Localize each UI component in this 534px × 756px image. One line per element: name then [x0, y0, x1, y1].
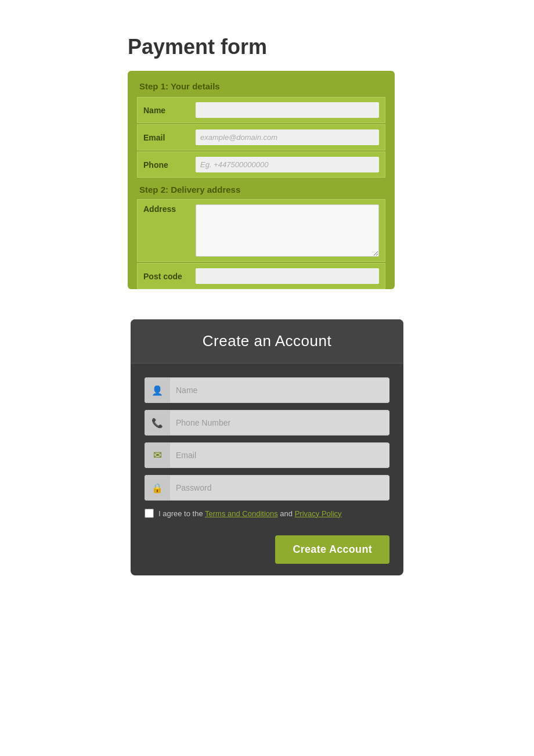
privacy-policy-link[interactable]: Privacy Policy	[295, 509, 342, 518]
account-phone-input[interactable]	[170, 411, 389, 434]
name-input[interactable]	[196, 102, 379, 118]
account-body: I agree to the Terms and Conditions and …	[131, 363, 403, 530]
lock-icon	[145, 475, 170, 501]
address-label: Address	[143, 204, 196, 214]
account-name-input[interactable]	[170, 379, 389, 402]
account-password-input[interactable]	[170, 476, 389, 499]
account-password-row	[145, 475, 389, 501]
payment-form-box: Step 1: Your details Name Email Phone St…	[128, 71, 395, 289]
email-label: Email	[143, 133, 196, 142]
account-email-input[interactable]	[170, 444, 389, 467]
account-header: Create an Account	[131, 319, 403, 363]
create-account-button[interactable]: Create Account	[275, 535, 389, 564]
terms-row: I agree to the Terms and Conditions and …	[145, 509, 389, 518]
account-phone-row	[145, 410, 389, 435]
payment-form-section: Payment form Step 1: Your details Name E…	[128, 35, 395, 290]
postcode-input[interactable]	[196, 268, 379, 284]
terms-text: I agree to the Terms and Conditions and …	[158, 509, 342, 518]
create-account-section: Create an Account	[131, 319, 403, 575]
phone-icon	[145, 410, 170, 435]
account-name-row	[145, 377, 389, 403]
account-footer: Create Account	[131, 530, 403, 575]
account-title: Create an Account	[143, 332, 391, 350]
terms-conditions-link[interactable]: Terms and Conditions	[205, 509, 278, 518]
email-input[interactable]	[196, 129, 379, 145]
address-input[interactable]	[196, 204, 379, 257]
step2-label: Step 2: Delivery address	[139, 185, 385, 195]
email-icon	[145, 442, 170, 468]
account-box: Create an Account	[131, 319, 403, 575]
account-email-row	[145, 442, 389, 468]
name-label: Name	[143, 106, 196, 115]
phone-row: Phone	[137, 152, 385, 178]
phone-input[interactable]	[196, 157, 379, 172]
postcode-row: Post code	[137, 263, 385, 289]
postcode-label: Post code	[143, 272, 196, 281]
email-row: Email	[137, 124, 385, 150]
terms-checkbox[interactable]	[145, 509, 154, 518]
payment-form-title: Payment form	[128, 35, 395, 59]
name-row: Name	[137, 97, 385, 123]
phone-label: Phone	[143, 160, 196, 170]
step1-label: Step 1: Your details	[137, 81, 385, 91]
user-icon	[145, 377, 170, 403]
address-row: Address	[137, 199, 385, 262]
